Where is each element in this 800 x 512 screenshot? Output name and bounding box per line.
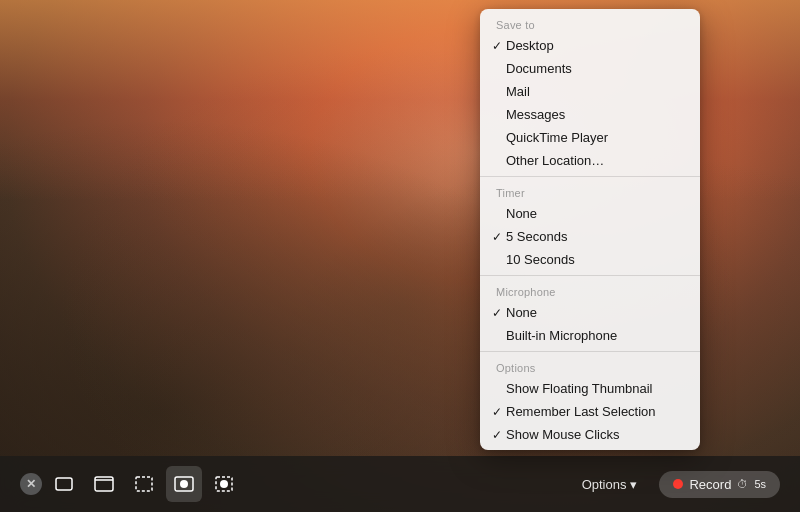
menu-item-documents[interactable]: Documents bbox=[480, 57, 700, 80]
record-screen-icon bbox=[173, 473, 195, 495]
menu-item-mail[interactable]: Mail bbox=[480, 80, 700, 103]
svg-rect-1 bbox=[95, 477, 113, 491]
svg-rect-3 bbox=[136, 477, 152, 491]
menu-item-text: Show Floating Thumbnail bbox=[506, 381, 684, 396]
window-icon bbox=[53, 473, 75, 495]
record-button[interactable]: Record ⏱ 5s bbox=[659, 471, 780, 498]
menu-item-text: 10 Seconds bbox=[506, 252, 684, 267]
svg-rect-0 bbox=[56, 478, 72, 490]
checkmark-icon: ✓ bbox=[488, 230, 506, 244]
record-label: Record bbox=[689, 477, 731, 492]
fullscreen-icon bbox=[93, 473, 115, 495]
menu-item-messages[interactable]: Messages bbox=[480, 103, 700, 126]
record-selection-icon bbox=[213, 473, 235, 495]
close-icon: ✕ bbox=[26, 477, 36, 491]
context-menu: Save to✓DesktopDocumentsMailMessagesQuic… bbox=[480, 9, 700, 450]
options-button[interactable]: Options ▾ bbox=[572, 471, 648, 498]
menu-item-other[interactable]: Other Location… bbox=[480, 149, 700, 172]
menu-item-text: Remember Last Selection bbox=[506, 404, 684, 419]
menu-item-text: Other Location… bbox=[506, 153, 684, 168]
menu-item-timer-10[interactable]: 10 Seconds bbox=[480, 248, 700, 271]
capture-selection-button[interactable] bbox=[126, 466, 162, 502]
menu-item-show-mouse[interactable]: ✓Show Mouse Clicks bbox=[480, 423, 700, 446]
menu-item-mic-builtin[interactable]: Built-in Microphone bbox=[480, 324, 700, 347]
menu-section-label-save-to: Save to bbox=[480, 13, 700, 34]
menu-item-timer-none[interactable]: None bbox=[480, 202, 700, 225]
checkmark-icon: ✓ bbox=[488, 405, 506, 419]
selection-icon bbox=[133, 473, 155, 495]
menu-item-text: None bbox=[506, 305, 684, 320]
checkmark-icon: ✓ bbox=[488, 428, 506, 442]
svg-point-7 bbox=[220, 480, 228, 488]
record-dot-icon bbox=[673, 479, 683, 489]
menu-item-text: Mail bbox=[506, 84, 684, 99]
menu-item-mic-none[interactable]: ✓None bbox=[480, 301, 700, 324]
menu-divider-3 bbox=[480, 351, 700, 352]
chevron-down-icon: ▾ bbox=[630, 477, 637, 492]
menu-section-label-timer: Timer bbox=[480, 181, 700, 202]
menu-item-text: Show Mouse Clicks bbox=[506, 427, 684, 442]
menu-item-text: Built-in Microphone bbox=[506, 328, 684, 343]
checkmark-icon: ✓ bbox=[488, 306, 506, 320]
menu-section-label-microphone: Microphone bbox=[480, 280, 700, 301]
menu-item-text: 5 Seconds bbox=[506, 229, 684, 244]
menu-item-text: Desktop bbox=[506, 38, 684, 53]
close-button[interactable]: ✕ bbox=[20, 473, 42, 495]
menu-item-text: None bbox=[506, 206, 684, 221]
menu-divider-2 bbox=[480, 275, 700, 276]
menu-item-quicktime[interactable]: QuickTime Player bbox=[480, 126, 700, 149]
menu-item-text: Messages bbox=[506, 107, 684, 122]
menu-section-label-options: Options bbox=[480, 356, 700, 377]
svg-point-5 bbox=[180, 480, 188, 488]
record-screen-button[interactable] bbox=[166, 466, 202, 502]
menu-item-desktop[interactable]: ✓Desktop bbox=[480, 34, 700, 57]
options-label: Options bbox=[582, 477, 627, 492]
menu-item-remember-last[interactable]: ✓Remember Last Selection bbox=[480, 400, 700, 423]
screen-capture-toolbar: ✕ Options ▾ Record bbox=[0, 456, 800, 512]
capture-fullscreen-button[interactable] bbox=[86, 466, 122, 502]
menu-divider-1 bbox=[480, 176, 700, 177]
menu-item-floating-thumbnail[interactable]: Show Floating Thumbnail bbox=[480, 377, 700, 400]
capture-window-button[interactable] bbox=[46, 466, 82, 502]
timer-value: 5s bbox=[754, 478, 766, 490]
timer-icon: ⏱ bbox=[737, 478, 748, 490]
menu-item-timer-5[interactable]: ✓5 Seconds bbox=[480, 225, 700, 248]
checkmark-icon: ✓ bbox=[488, 39, 506, 53]
menu-item-text: QuickTime Player bbox=[506, 130, 684, 145]
menu-item-text: Documents bbox=[506, 61, 684, 76]
record-selection-button[interactable] bbox=[206, 466, 242, 502]
